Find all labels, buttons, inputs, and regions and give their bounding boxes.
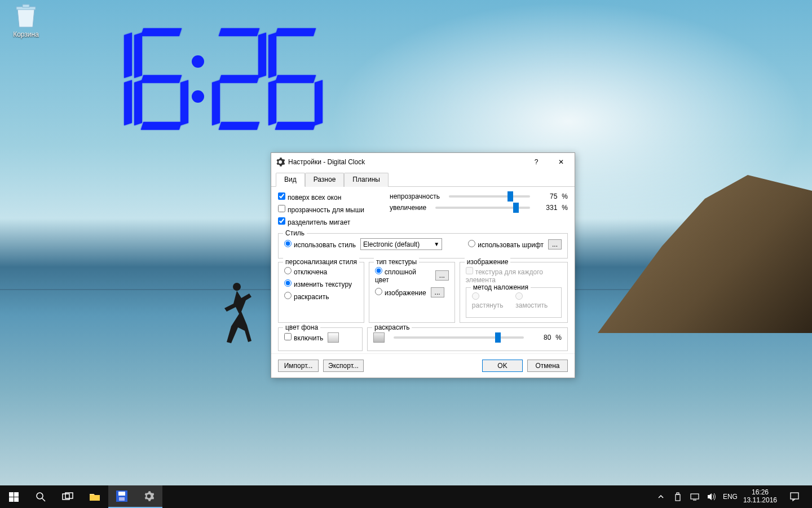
taskbar[interactable]: ENG 16:26 13.11.2016: [0, 485, 812, 508]
checkbox-on-top[interactable]: поверх всех окон: [278, 192, 341, 202]
digit-6: [135, 28, 187, 130]
tray-network-icon[interactable]: [689, 491, 700, 502]
zoom-value: 331: [539, 204, 557, 212]
tray-chevron-up-icon[interactable]: [655, 491, 667, 502]
digit-2: [213, 28, 265, 130]
colorize-group: раскрасить 80 %: [367, 327, 568, 351]
svg-rect-18: [791, 493, 798, 499]
search-icon[interactable]: [27, 485, 54, 508]
app-icon-floppy[interactable]: [108, 485, 135, 508]
opacity-label: непрозрачность: [390, 192, 440, 200]
svg-rect-12: [119, 497, 125, 501]
desktop[interactable]: Корзина Настройки - Digital Clock ? ✕ Ви…: [0, 0, 812, 485]
solid-color-button[interactable]: ...: [435, 270, 449, 281]
personalization-group: персонализация стиля отключена изменить …: [278, 262, 364, 323]
image-group: изображение текстура для каждого элемент…: [460, 262, 568, 323]
tray-usb-icon[interactable]: [672, 491, 683, 502]
dialog-body: поверх всех окон прозрачность для мыши р…: [271, 187, 575, 353]
svg-rect-14: [677, 493, 679, 494]
bg-color-group: цвет фона включить: [278, 327, 363, 351]
blend-group: метод наложения растянуть замостить: [466, 287, 562, 318]
opacity-value: 75: [539, 192, 557, 200]
style-group: Стиль использовать стиль Electronic (def…: [278, 233, 568, 259]
system-tray: ENG 16:26 13.11.2016: [655, 485, 812, 508]
svg-rect-5: [14, 497, 19, 502]
colorize-value: 80: [533, 334, 551, 341]
svg-rect-11: [118, 492, 125, 496]
style-select[interactable]: Electronic (default) ▼: [360, 238, 442, 250]
checkbox-mouse-transparency[interactable]: прозрачность для мыши: [278, 205, 364, 214]
settings-dialog: Настройки - Digital Clock ? ✕ Вид Разное…: [271, 152, 575, 378]
radio-pers-texture[interactable]: изменить текстуру: [284, 279, 352, 288]
tex-image-button[interactable]: ...: [431, 287, 444, 297]
ok-button[interactable]: OK: [482, 360, 523, 372]
dialog-footer: Импорт... Экспорт... OK Отмена: [271, 353, 575, 378]
action-center-icon[interactable]: [783, 485, 806, 508]
svg-point-0: [233, 283, 241, 291]
checkbox-bg-enable[interactable]: включить: [284, 333, 323, 342]
import-button[interactable]: Импорт...: [278, 360, 319, 372]
radio-tex-image[interactable]: изображение: [375, 288, 426, 297]
digital-clock-widget[interactable]: [79, 28, 321, 130]
tab-row: Вид Разное Плагины: [271, 172, 575, 187]
tab-misc[interactable]: Разное: [305, 173, 345, 187]
titlebar[interactable]: Настройки - Digital Clock ? ✕: [271, 153, 575, 171]
svg-line-7: [42, 498, 45, 501]
app-icon-settings[interactable]: [135, 485, 162, 508]
wallpaper-rock: [598, 175, 812, 333]
texture-type-group: тип текстуры сплошной цвет... изображени…: [369, 262, 455, 323]
digit-6b: [270, 28, 321, 130]
cancel-button[interactable]: Отмена: [527, 360, 568, 372]
font-browse-button[interactable]: ...: [548, 239, 562, 249]
svg-rect-2: [9, 492, 14, 497]
tab-plugins[interactable]: Плагины: [344, 173, 389, 187]
recycle-bin-icon[interactable]: Корзина: [8, 3, 44, 38]
svg-marker-17: [708, 493, 712, 500]
radio-blend-stretch: растянуть: [472, 292, 511, 309]
checkbox-texture-per-element: текстура для каждого элемента: [466, 267, 562, 284]
start-button[interactable]: [0, 485, 27, 508]
zoom-label: увеличение: [390, 204, 426, 212]
tab-view[interactable]: Вид: [276, 173, 305, 187]
svg-rect-1: [23, 5, 29, 7]
tray-volume-icon[interactable]: [706, 491, 717, 502]
svg-rect-15: [691, 494, 699, 499]
help-button[interactable]: ?: [524, 154, 549, 170]
bg-color-chip[interactable]: [328, 332, 339, 343]
digit-1: [79, 28, 131, 130]
tray-clock[interactable]: 16:26 13.11.2016: [743, 489, 777, 505]
radio-tex-solid[interactable]: сплошной цвет: [375, 267, 431, 284]
chevron-down-icon: ▼: [434, 241, 439, 247]
tray-language[interactable]: ENG: [723, 493, 738, 501]
close-button[interactable]: ✕: [549, 154, 573, 170]
radio-blend-tile: замостить: [515, 292, 555, 309]
zoom-slider[interactable]: [435, 207, 530, 209]
close-icon: ✕: [558, 158, 564, 166]
colorize-chip[interactable]: [373, 332, 385, 343]
svg-rect-3: [14, 492, 19, 497]
svg-rect-4: [9, 497, 14, 502]
radio-pers-off[interactable]: отключена: [284, 267, 327, 276]
opacity-slider[interactable]: [449, 195, 530, 198]
dialog-title: Настройки - Digital Clock: [288, 158, 524, 166]
radio-pers-colorize[interactable]: раскрасить: [284, 292, 329, 301]
export-button[interactable]: Экспорт...: [323, 360, 364, 372]
task-view-icon[interactable]: [54, 485, 81, 508]
file-explorer-icon[interactable]: [81, 485, 108, 508]
wallpaper-runner: [214, 281, 254, 343]
radio-use-style[interactable]: использовать стиль: [284, 240, 356, 249]
checkbox-separator-blinks[interactable]: разделитель мигает: [278, 217, 350, 226]
recycle-bin-label: Корзина: [8, 30, 44, 38]
clock-separator: [192, 28, 209, 130]
svg-rect-13: [676, 494, 680, 501]
colorize-slider[interactable]: [394, 336, 524, 339]
gear-icon: [276, 157, 285, 167]
radio-use-font[interactable]: использовать шрифт: [468, 240, 544, 249]
svg-point-6: [37, 493, 43, 499]
